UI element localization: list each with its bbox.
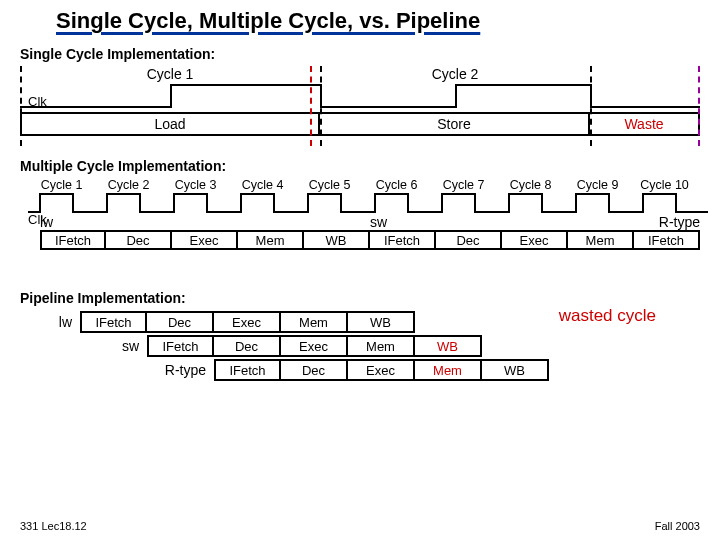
- pipeline-row-sw: sw IFetch Dec Exec Mem WB: [20, 334, 700, 358]
- slide-title: Single Cycle, Multiple Cycle, vs. Pipeli…: [0, 0, 720, 34]
- stage-cell: Mem: [281, 311, 348, 333]
- mc-cycle-label: Cycle 2: [95, 178, 162, 192]
- multi-cycle-clock: [28, 192, 700, 214]
- mc-cycle-label: Cycle 1: [28, 178, 95, 192]
- multi-cycle-labels: Cycle 1 Cycle 2 Cycle 3 Cycle 4 Cycle 5 …: [28, 178, 700, 192]
- stage-cell: IFetch: [634, 230, 700, 250]
- stage-cell: Exec: [348, 359, 415, 381]
- stage-cell: IFetch: [370, 230, 436, 250]
- pipeline-row-rtype: R-type IFetch Dec Exec Mem WB: [20, 358, 700, 382]
- clock-waveform: [28, 192, 708, 214]
- pipeline-diagram: wasted cycle lw IFetch Dec Exec Mem WB s…: [20, 310, 700, 382]
- stage-cell: Dec: [106, 230, 172, 250]
- single-cycle-clock: [20, 84, 700, 108]
- single-cycle-diagram: Cycle 1 Cycle 2 Clk Load Store Waste: [20, 66, 700, 146]
- mc-cycle-label: Cycle 5: [296, 178, 363, 192]
- stage-cell: Exec: [172, 230, 238, 250]
- mc-cycle-label: Cycle 3: [162, 178, 229, 192]
- sw-label: sw: [87, 338, 147, 354]
- stage-cell: Exec: [214, 311, 281, 333]
- stage-cell: Exec: [281, 335, 348, 357]
- mc-cycle-label: Cycle 10: [631, 178, 698, 192]
- multi-cycle-instr-tags: lw sw R-type: [40, 214, 700, 230]
- clk-label-2: Clk: [28, 212, 47, 227]
- stage-cell: WB: [304, 230, 370, 250]
- mc-cycle-label: Cycle 9: [564, 178, 631, 192]
- lw-tag: lw: [40, 214, 370, 230]
- multi-cycle-diagram: Cycle 1 Cycle 2 Cycle 3 Cycle 4 Cycle 5 …: [20, 178, 700, 278]
- stage-cell: IFetch: [147, 335, 214, 357]
- stage-cell: Mem: [238, 230, 304, 250]
- footer-left: 331 Lec18.12: [20, 520, 87, 532]
- mc-cycle-label: Cycle 4: [229, 178, 296, 192]
- stage-cell: Mem: [568, 230, 634, 250]
- stage-cell: IFetch: [214, 359, 281, 381]
- stage-cell: Dec: [436, 230, 502, 250]
- stage-cell: WB: [482, 359, 549, 381]
- cycle-1-label: Cycle 1: [20, 66, 320, 82]
- single-cycle-instructions: Load Store Waste: [20, 112, 700, 136]
- section-single-cycle: Single Cycle Implementation:: [20, 46, 720, 62]
- stage-cell: Exec: [502, 230, 568, 250]
- mc-cycle-label: Cycle 6: [363, 178, 430, 192]
- load-box: Load: [20, 112, 320, 136]
- section-pipeline: Pipeline Implementation:: [20, 290, 720, 306]
- cycle-2-label: Cycle 2: [320, 66, 590, 82]
- section-multi-cycle: Multiple Cycle Implementation:: [20, 158, 720, 174]
- stage-cell: Mem: [348, 335, 415, 357]
- multi-cycle-stages: IFetch Dec Exec Mem WB IFetch Dec Exec M…: [40, 230, 700, 250]
- lw-label: lw: [20, 314, 80, 330]
- stage-cell: WB: [348, 311, 415, 333]
- rtype-label: R-type: [154, 362, 214, 378]
- waste-box: Waste: [590, 112, 700, 136]
- footer: 331 Lec18.12 Fall 2003: [20, 520, 700, 532]
- stage-cell: IFetch: [80, 311, 147, 333]
- stage-cell: Dec: [214, 335, 281, 357]
- stage-cell: Dec: [281, 359, 348, 381]
- sw-tag: sw: [370, 214, 634, 230]
- store-box: Store: [320, 112, 590, 136]
- stage-cell-wasted: WB: [415, 335, 482, 357]
- wasted-cycle-label: wasted cycle: [559, 306, 656, 326]
- rtype-tag: R-type: [634, 214, 700, 230]
- stage-cell-wasted: Mem: [415, 359, 482, 381]
- stage-cell: Dec: [147, 311, 214, 333]
- mc-cycle-label: Cycle 7: [430, 178, 497, 192]
- mc-cycle-label: Cycle 8: [497, 178, 564, 192]
- footer-right: Fall 2003: [655, 520, 700, 532]
- stage-cell: IFetch: [40, 230, 106, 250]
